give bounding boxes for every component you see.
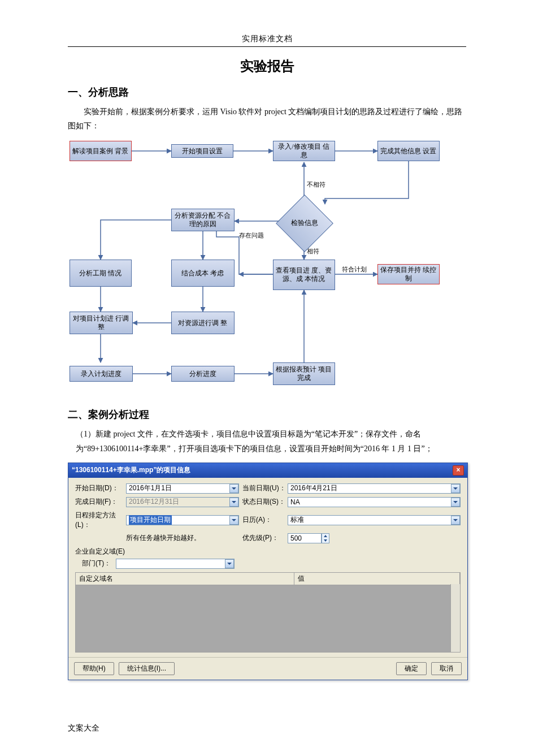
- custom-fields-table[interactable]: 自定义域名 值: [75, 572, 461, 653]
- field-department[interactable]: [116, 559, 235, 569]
- header-rule: [68, 46, 466, 47]
- tasks-note: 所有任务越快开始越好。: [126, 533, 239, 543]
- flow-box-view-progress: 查看项目进 度、资源、成 本情况: [273, 260, 335, 290]
- section-2-item-1: （1）新建 project 文件，在文件选项卡，项目信息中设置项目标题为“笔记本…: [76, 427, 466, 455]
- document-page: 实用标准文档 实验报告 一、分析思路 实验开始前，根据案例分析要求，运用 Vis…: [0, 0, 534, 756]
- flow-box-adjust-resource: 对资源进行调 整: [171, 312, 235, 334]
- doc-title: 实验报告: [68, 57, 466, 75]
- flow-box-duration: 分析工期 情况: [70, 260, 132, 287]
- flow-box-analyze-progress: 分析进度: [171, 366, 235, 382]
- flow-diamond-check: 检验信息: [276, 195, 333, 252]
- field-priority[interactable]: 500: [288, 533, 322, 543]
- dropdown-icon[interactable]: [225, 559, 234, 568]
- edge-label-mismatch: 不相符: [307, 180, 325, 189]
- dialog-body: 开始日期(D)： 2016年1月1日 当前日期(U)： 2016年4月21日 完…: [68, 478, 467, 657]
- flowchart: 解读项目案例 背景 开始项目设置 录入/修改项目 信息 完成其他信息 设置 检验…: [70, 136, 465, 396]
- flow-box-analyze-resource-reason: 分析资源分配 不合理的原因: [171, 209, 235, 231]
- field-finish-date: 2016年12月31日: [126, 497, 239, 507]
- flow-box-enter-info: 录入/修改项目 信息: [273, 141, 335, 161]
- project-info-dialog: “1306100114+李幸果.mpp”的项目信息 × 开始日期(D)： 201…: [68, 463, 468, 680]
- label-department: 部门(T)：: [75, 559, 116, 568]
- value-current-date: 2016年4月21日: [290, 483, 337, 493]
- page-header: 实用标准文档: [68, 34, 466, 44]
- priority-spinner[interactable]: [322, 533, 329, 543]
- th-field-value[interactable]: 值: [294, 573, 460, 585]
- dropdown-icon[interactable]: [229, 516, 238, 525]
- flow-box-start-project: 开始项目设置: [171, 144, 233, 158]
- help-button[interactable]: 帮助(H): [74, 662, 114, 675]
- field-calendar[interactable]: 标准: [288, 515, 461, 525]
- flow-box-adjust-plan: 对项目计划进 行调整: [70, 312, 133, 334]
- flow-box-save-control: 保存项目并持 续控制: [377, 264, 440, 284]
- flow-box-enter-progress: 录入计划进度: [70, 366, 133, 382]
- edge-label-match: 相符: [307, 247, 319, 256]
- flow-box-report-forecast: 根据报表预计 项目完成: [273, 362, 335, 385]
- flow-box-read-case: 解读项目案例 背景: [70, 141, 132, 161]
- value-finish-date: 2016年12月31日: [129, 497, 179, 507]
- section-1-para: 实验开始前，根据案例分析要求，运用 Visio 软件对 project 文档编制…: [68, 105, 466, 133]
- value-status-date: NA: [290, 498, 300, 506]
- page-footer: 文案大全: [68, 723, 99, 733]
- section-1-heading: 一、分析思路: [68, 85, 466, 99]
- table-header: 自定义域名 值: [76, 573, 460, 585]
- value-schedule-from: 项目开始日期: [129, 515, 172, 525]
- ok-button[interactable]: 确定: [396, 662, 427, 675]
- dropdown-icon[interactable]: [229, 484, 238, 493]
- value-start-date: 2016年1月1日: [129, 483, 172, 493]
- label-schedule-from: 日程排定方法(L)：: [75, 511, 126, 530]
- label-priority: 优先级(P)：: [242, 533, 288, 543]
- label-current-date: 当前日期(U)：: [242, 483, 288, 493]
- label-start-date: 开始日期(D)：: [75, 483, 126, 493]
- dropdown-icon[interactable]: [451, 484, 460, 493]
- th-field-name[interactable]: 自定义域名: [76, 573, 294, 585]
- flow-box-cost: 结合成本 考虑: [171, 260, 235, 287]
- edge-label-problem: 存在问题: [239, 231, 264, 240]
- project-info-dialog-wrap: “1306100114+李幸果.mpp”的项目信息 × 开始日期(D)： 201…: [68, 463, 466, 680]
- edge-label-plan-ok: 符合计划: [342, 265, 367, 274]
- field-status-date[interactable]: NA: [288, 497, 461, 507]
- label-enterprise-fields: 企业自定义域(E): [75, 547, 461, 556]
- label-status-date: 状态日期(S)：: [242, 497, 288, 507]
- cancel-button[interactable]: 取消: [431, 662, 462, 675]
- field-start-date[interactable]: 2016年1月1日: [126, 483, 239, 494]
- statistics-button[interactable]: 统计信息(I)...: [119, 662, 175, 675]
- close-icon[interactable]: ×: [453, 465, 464, 476]
- dialog-footer: 帮助(H) 统计信息(I)... 确定 取消: [68, 657, 467, 680]
- value-calendar: 标准: [290, 515, 304, 525]
- dropdown-icon[interactable]: [451, 516, 460, 525]
- field-schedule-from[interactable]: 项目开始日期: [126, 515, 239, 525]
- section-2-heading: 二、案例分析过程: [68, 408, 466, 421]
- dialog-titlebar[interactable]: “1306100114+李幸果.mpp”的项目信息 ×: [68, 463, 467, 478]
- flow-box-other-settings: 完成其他信息 设置: [377, 141, 440, 161]
- table-scrollbar[interactable]: [450, 584, 460, 652]
- dialog-title-text: “1306100114+李幸果.mpp”的项目信息: [72, 465, 190, 475]
- field-current-date[interactable]: 2016年4月21日: [288, 483, 461, 494]
- dropdown-icon[interactable]: [451, 498, 460, 507]
- value-priority: 500: [290, 534, 302, 542]
- dropdown-icon: [229, 498, 238, 507]
- label-finish-date: 完成日期(F)：: [75, 497, 126, 507]
- label-calendar: 日历(A)：: [242, 515, 288, 525]
